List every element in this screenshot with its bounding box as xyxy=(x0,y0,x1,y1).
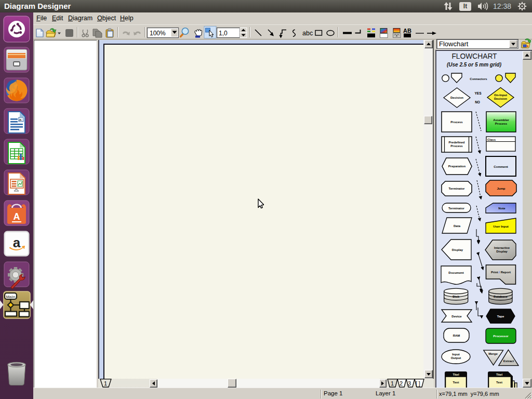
svg-text:Display: Display xyxy=(496,250,508,253)
svg-text:Processor: Processor xyxy=(493,335,509,338)
svg-text:Main: Main xyxy=(6,295,15,299)
svg-text:100%: 100% xyxy=(150,30,166,37)
svg-text:Document: Document xyxy=(448,271,463,274)
svg-text:(Use 2.5 or 5 mm grid): (Use 2.5 or 5 mm grid) xyxy=(447,62,502,68)
svg-text:Class: Class xyxy=(487,138,496,141)
svg-text:Data: Data xyxy=(454,224,461,228)
svg-text:Titel: Titel xyxy=(453,373,459,376)
svg-text:2: 2 xyxy=(400,380,403,387)
svg-text:Display: Display xyxy=(452,248,463,251)
svg-text:NO: NO xyxy=(475,100,480,104)
svg-text:3: 3 xyxy=(408,380,411,387)
svg-text:Device: Device xyxy=(451,315,462,318)
svg-text:Preparation: Preparation xyxy=(448,165,466,168)
svg-text:Jump: Jump xyxy=(497,187,505,190)
svg-text:FLOWCHART: FLOWCHART xyxy=(451,52,497,60)
svg-text:Connectors: Connectors xyxy=(470,77,487,81)
svg-text:Merge: Merge xyxy=(488,352,498,355)
svg-text:RAM: RAM xyxy=(453,334,460,337)
svg-text:Output: Output xyxy=(451,356,461,360)
svg-text:Predefined: Predefined xyxy=(448,141,464,144)
svg-text:Terminator: Terminator xyxy=(448,207,465,210)
svg-text:Note: Note xyxy=(498,207,506,210)
svg-text:A: A xyxy=(14,211,20,222)
svg-text:1,0: 1,0 xyxy=(219,30,228,37)
svg-text:Interactive: Interactive xyxy=(494,246,510,249)
svg-text:Terminator: Terminator xyxy=(449,187,466,190)
svg-text:AB: AB xyxy=(403,28,411,34)
svg-text:Database: Database xyxy=(494,295,508,298)
svg-text:Titel: Titel xyxy=(496,373,503,376)
svg-text:Print / Report: Print / Report xyxy=(491,271,511,274)
svg-text:1: 1 xyxy=(391,380,394,387)
svg-text:abc: abc xyxy=(302,30,313,37)
svg-text:Decision: Decision xyxy=(450,96,463,99)
svg-text:Process: Process xyxy=(450,144,463,148)
svg-text:Decision: Decision xyxy=(494,97,507,100)
svg-text:Text: Text xyxy=(496,381,502,384)
svg-text:Process: Process xyxy=(450,121,463,124)
svg-text:Input: Input xyxy=(452,353,460,356)
svg-text:Comment: Comment xyxy=(494,165,508,168)
svg-text:a: a xyxy=(13,235,21,250)
svg-text:YES: YES xyxy=(474,91,482,95)
svg-text:User Input: User Input xyxy=(493,225,509,228)
svg-text:Text: Text xyxy=(453,381,459,384)
svg-text:[ ]: [ ] xyxy=(416,380,420,387)
svg-text:Disk: Disk xyxy=(453,295,459,298)
svg-text:Tape: Tape xyxy=(497,315,504,318)
svg-text:On-Input: On-Input xyxy=(494,94,507,97)
svg-text:Assembler: Assembler xyxy=(493,118,509,122)
svg-text:1: 1 xyxy=(104,380,107,387)
svg-text:Extract: Extract xyxy=(503,360,514,363)
svg-text:Process: Process xyxy=(495,122,508,125)
